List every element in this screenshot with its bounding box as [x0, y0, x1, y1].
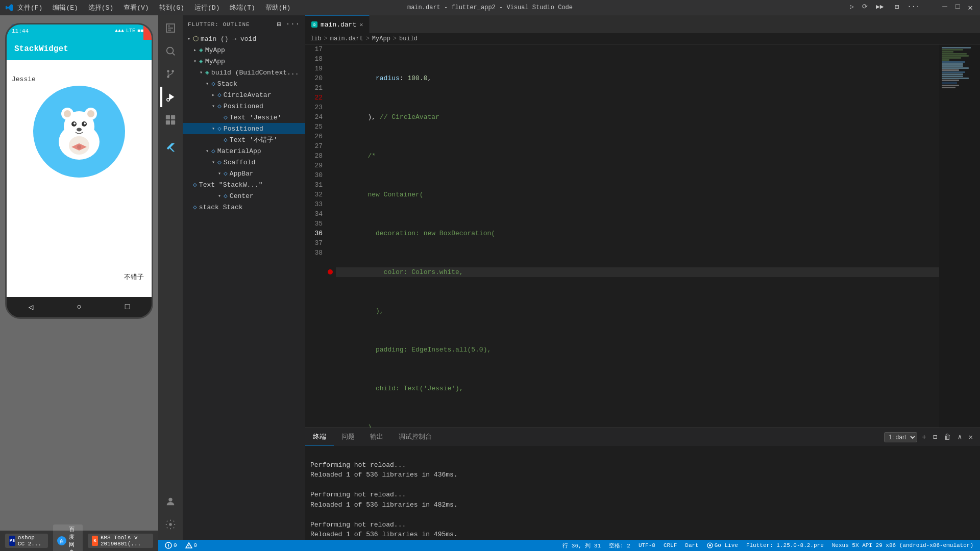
editor-main: D main.dart ✕ lib > main.dart > MyApp > … — [305, 15, 980, 540]
more-button[interactable]: ··· — [905, 3, 922, 13]
status-language[interactable]: Dart — [683, 542, 700, 548]
window-title: main.dart - flutter_app2 - Visual Studio… — [407, 4, 573, 11]
status-warnings[interactable]: 0 — [184, 542, 199, 549]
breadcrumb-lib[interactable]: lib — [310, 35, 322, 42]
flutter-icon[interactable] — [160, 138, 181, 158]
status-encoding[interactable]: UTF-8 — [637, 542, 657, 548]
terminal-close-button[interactable]: ✕ — [967, 432, 975, 442]
menu-view[interactable]: 查看(V) — [124, 3, 149, 12]
terminal-content[interactable]: Performing hot reload... Reloaded 1 of 5… — [305, 446, 980, 540]
code-editor[interactable]: 17 18 19 20 21 22 23 24 25 26 27 28 — [305, 44, 939, 428]
code-content[interactable]: radius: 100.0, ), // CircleAvatar /* — [331, 44, 939, 428]
menu-goto[interactable]: 转到(G) — [159, 3, 184, 12]
phone-time: 11:44 — [12, 28, 29, 34]
tree-item-main[interactable]: ▾ ⬡ main () → void — [183, 33, 305, 44]
breadcrumb-sep2: > — [366, 35, 370, 42]
tree-item-scaffold[interactable]: ▾ ◇ Scaffold — [183, 157, 305, 168]
taskbar-kms[interactable]: K KMS Tools v 20190801(... — [88, 534, 153, 548]
status-flutter[interactable]: Flutter: 1.25.0-8.2.pre — [745, 542, 825, 548]
tab-main-dart[interactable]: D main.dart ✕ — [305, 15, 370, 33]
menu-edit[interactable]: 编辑(E) — [53, 3, 78, 12]
search-icon[interactable] — [160, 41, 181, 61]
desktop-area: 此电脑 ▶ DotPlayerMi... 11:44 ▲▲▲ LTE ■ — [0, 15, 158, 551]
svg-point-41 — [188, 547, 189, 548]
terminal-line-5: Performing hot reload... — [310, 520, 975, 530]
tree-item-text-jessie[interactable]: ▸ ◇ Text 'Jessie' — [183, 112, 305, 123]
terminal-split-button[interactable]: ⊟ — [931, 432, 939, 442]
sidebar-refresh-icon[interactable]: ⊞ — [277, 20, 281, 29]
tree-item-text-buhaozi[interactable]: ▸ ◇ Text '不错子' — [183, 134, 305, 145]
minimap — [939, 44, 980, 428]
breadcrumb-method[interactable]: build — [399, 35, 418, 42]
svg-point-14 — [74, 122, 76, 124]
tree-item-positioned-2[interactable]: ▾ ◇ Positioned — [183, 123, 305, 134]
circle-avatar — [33, 86, 125, 178]
taskbar-baiduyun[interactable]: 百 百度网盘 — [53, 524, 83, 551]
terminal-add-button[interactable]: + — [920, 432, 928, 442]
tree-item-appbar[interactable]: ▾ ◇ AppBar — [183, 168, 305, 179]
tab-output[interactable]: 输出 — [362, 428, 391, 446]
settings-icon[interactable] — [160, 514, 181, 535]
tree-item-circleavatar[interactable]: ▸ ◇ CircleAvatar — [183, 89, 305, 101]
maximize-button[interactable]: □ — [953, 3, 962, 13]
tree-item-materialapp[interactable]: ▾ ◇ MaterialApp — [183, 145, 305, 157]
tree-item-build[interactable]: ▾ ◈ build (BuildContext... — [183, 67, 305, 78]
tree-item-stack-stack[interactable]: ▸ ◇ stack Stack — [183, 202, 305, 213]
sidebar-more-icon[interactable]: ··· — [286, 20, 300, 29]
menu-file[interactable]: 文件(F) — [17, 3, 42, 12]
extensions-icon[interactable] — [160, 110, 181, 130]
status-bar-left: 0 0 — [158, 542, 204, 549]
terminal-delete-button[interactable]: 🗑 — [942, 432, 953, 442]
menu-select[interactable]: 选择(S) — [88, 3, 113, 12]
status-position[interactable]: 行 36, 列 31 — [561, 542, 602, 549]
status-line-ending[interactable]: CRLF — [662, 542, 678, 548]
code-line-24: padding: EdgeInsets.all(5.0), — [336, 345, 939, 355]
svg-point-25 — [167, 70, 169, 72]
explorer-icon[interactable] — [160, 18, 181, 38]
menu-terminal[interactable]: 终端(T) — [230, 3, 255, 12]
phone-app-bar: StackWidget — [7, 37, 152, 60]
tree-item-positioned-1[interactable]: ▾ ◇ Positioned — [183, 101, 305, 112]
error-count: 0 — [174, 542, 177, 548]
menu-help[interactable]: 帮助(H) — [265, 3, 290, 12]
tab-close-button[interactable]: ✕ — [359, 21, 363, 29]
encoding-label: UTF-8 — [639, 542, 655, 548]
status-spaces[interactable]: 空格: 2 — [607, 542, 632, 549]
run-button[interactable]: ▷ — [848, 3, 856, 13]
code-line-26: ), — [336, 422, 939, 428]
run-debug-icon[interactable] — [160, 87, 181, 107]
split-editor-button[interactable]: ⊟ — [893, 3, 901, 13]
line-ending-label: CRLF — [664, 542, 677, 548]
title-bar-left: 文件(F) 编辑(E) 选择(S) 查看(V) 转到(G) 运行(D) 终端(T… — [5, 3, 290, 12]
tree-item-text-stackw[interactable]: ▸ ◇ Text "StackW..." — [183, 179, 305, 190]
tab-label: main.dart — [321, 21, 356, 29]
menu-run[interactable]: 运行(D) — [194, 3, 219, 12]
tree-item-stack[interactable]: ▾ ◇ Stack — [183, 78, 305, 89]
status-spaces-label: 空格: 2 — [609, 542, 630, 549]
close-button[interactable]: ✕ — [966, 3, 975, 13]
tree-item-myapp-1[interactable]: ▸ ◈ MyApp — [183, 44, 305, 56]
flutter-version-label: Flutter: 1.25.0-8.2.pre — [746, 542, 824, 548]
run-alt-button[interactable]: ⟳ — [860, 3, 870, 13]
terminal-up-button[interactable]: ∧ — [955, 432, 964, 442]
breadcrumb-file[interactable]: main.dart — [330, 35, 363, 42]
code-line-18: ), // CircleAvatar — [336, 112, 939, 122]
tree-item-myapp-2[interactable]: ▾ ◈ MyApp — [183, 56, 305, 67]
debug-button[interactable]: ▶▶ — [874, 3, 886, 13]
taskbar-photoshop[interactable]: Ps oshop CC 2... — [5, 534, 48, 548]
status-go-live[interactable]: Go Live — [705, 542, 740, 548]
status-bar-right: 行 36, 列 31 空格: 2 UTF-8 CRLF Dart — [556, 542, 980, 549]
tab-terminal[interactable]: 终端 — [305, 428, 334, 446]
breadcrumb-class[interactable]: MyApp — [372, 35, 390, 42]
terminal-line-1: Performing hot reload... — [310, 460, 975, 470]
account-icon[interactable] — [160, 491, 181, 512]
shell-selector[interactable]: 1: dart — [884, 432, 917, 442]
status-device[interactable]: Nexus 5X API 29 x86 (android-x86-emulato… — [830, 542, 975, 548]
terminal-line-6: Reloaded 1 of 536 libraries in 495ms. — [310, 530, 975, 540]
minimize-button[interactable]: ─ — [940, 3, 949, 13]
tree-item-center[interactable]: ▾ ◇ Center — [183, 190, 305, 202]
source-control-icon[interactable] — [160, 64, 181, 84]
status-errors[interactable]: 0 — [163, 542, 179, 549]
tab-problems[interactable]: 问题 — [334, 428, 362, 446]
tab-debug-console[interactable]: 调试控制台 — [391, 428, 439, 446]
